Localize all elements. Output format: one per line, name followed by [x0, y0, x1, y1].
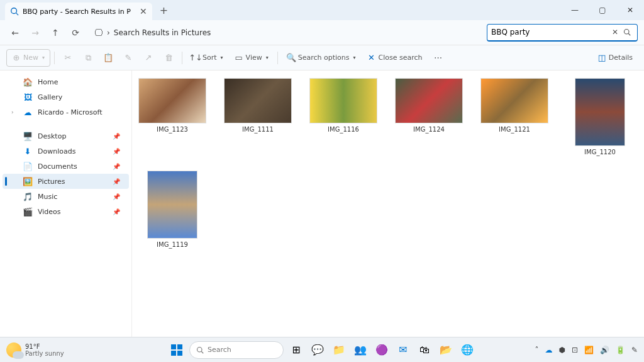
- sidebar-item-videos[interactable]: 🎬Videos📌: [3, 204, 129, 219]
- forward-button[interactable]: →: [26, 24, 44, 42]
- taskbar-app-explorer[interactable]: 📁: [330, 341, 348, 359]
- sidebar-item-cloud[interactable]: › ☁ Ricardo - Microsoft: [3, 105, 129, 120]
- sort-icon: ↑↓: [191, 54, 200, 62]
- start-button[interactable]: [168, 341, 186, 359]
- title-bar: BBQ party - Search Results in P ✕ + — ▢ …: [0, 0, 644, 20]
- taskbar: 91°F Partly sunny Search ⊞ 💬 📁 👥 🟣 ✉ 🛍 📂…: [0, 337, 644, 362]
- navigation-pane: 🏠 Home 🖼 Gallery › ☁ Ricardo - Microsoft…: [0, 71, 132, 353]
- search-options-button[interactable]: 🔍 Search options ▾: [282, 49, 361, 67]
- search-input[interactable]: [491, 28, 609, 37]
- sidebar-item-gallery[interactable]: 🖼 Gallery: [3, 89, 129, 105]
- file-name: IMG_1121: [499, 126, 530, 133]
- battery-icon[interactable]: 🔋: [616, 346, 625, 354]
- share-button[interactable]: ↗: [139, 49, 158, 67]
- up-button[interactable]: ↑: [47, 24, 64, 42]
- taskbar-search[interactable]: Search: [189, 341, 284, 359]
- sort-button[interactable]: ↑↓ Sort ▾: [186, 49, 228, 67]
- file-name: IMG_1116: [328, 126, 359, 133]
- tray-expand-icon[interactable]: ˄: [535, 346, 538, 354]
- delete-button[interactable]: 🗑: [159, 49, 178, 67]
- ellipsis-icon: ⋯: [434, 54, 443, 62]
- svg-point-8: [197, 347, 203, 352]
- close-button[interactable]: ✕: [616, 0, 644, 20]
- volume-icon[interactable]: 🔊: [600, 346, 609, 354]
- home-icon: 🏠: [23, 77, 33, 87]
- chevron-right-icon: ›: [11, 109, 16, 115]
- taskbar-app-edge[interactable]: 🌐: [458, 341, 476, 359]
- onedrive-icon: ☁: [23, 107, 33, 117]
- sidebar-item-desktop[interactable]: 🖥️Desktop📌: [3, 128, 129, 144]
- svg-point-2: [625, 30, 630, 35]
- svg-rect-5: [177, 344, 182, 349]
- task-view-button[interactable]: ⊞: [287, 341, 305, 359]
- sidebar-item-documents[interactable]: 📄Documents📌: [3, 159, 129, 174]
- command-bar: ⊕ New ▾ ✂ ⧉ 📋 ✎ ↗ 🗑 ↑↓ Sort ▾ ▭ View ▾ 🔍…: [0, 45, 644, 71]
- details-pane-button[interactable]: ◫ Details: [592, 49, 638, 67]
- file-thumbnail[interactable]: IMG_1120: [566, 78, 634, 156]
- clear-search-icon[interactable]: ✕: [609, 28, 621, 37]
- taskbar-app-outlook[interactable]: ✉: [394, 341, 412, 359]
- pin-icon: 📌: [113, 193, 120, 200]
- paste-button[interactable]: 📋: [99, 49, 118, 67]
- pin-icon: 📌: [113, 133, 120, 140]
- view-button[interactable]: ▭ View ▾: [230, 49, 274, 67]
- weather-widget[interactable]: 91°F Partly sunny: [6, 342, 64, 358]
- view-icon: ▭: [235, 54, 243, 62]
- separator: [277, 52, 278, 64]
- search-box[interactable]: ✕: [487, 24, 638, 42]
- maximize-button[interactable]: ▢: [589, 0, 616, 20]
- file-thumbnail[interactable]: IMG_1124: [395, 78, 463, 156]
- file-thumbnail[interactable]: IMG_1121: [480, 78, 548, 156]
- file-thumbnail[interactable]: IMG_1123: [138, 78, 206, 156]
- new-button[interactable]: ⊕ New ▾: [6, 49, 50, 67]
- main-area: 🏠 Home 🖼 Gallery › ☁ Ricardo - Microsoft…: [0, 71, 644, 353]
- separator: [182, 52, 182, 64]
- tab-close-icon[interactable]: ✕: [140, 6, 147, 16]
- file-thumbnail[interactable]: IMG_1116: [309, 78, 377, 156]
- gallery-icon: 🖼: [23, 92, 33, 102]
- svg-line-9: [201, 351, 203, 353]
- minimize-button[interactable]: —: [561, 0, 589, 20]
- new-tab-button[interactable]: +: [160, 4, 168, 16]
- pin-icon: 📌: [113, 178, 120, 185]
- breadcrumb[interactable]: 🖵 › Search Results in Pictures: [94, 28, 484, 38]
- wifi-icon[interactable]: 📶: [584, 346, 594, 354]
- taskbar-app-copilot[interactable]: 🟣: [373, 341, 391, 359]
- tray-icon[interactable]: ✎: [631, 346, 638, 354]
- more-button[interactable]: ⋯: [429, 49, 448, 67]
- folder-icon: 🎵: [23, 191, 33, 201]
- taskbar-app-folder[interactable]: 📂: [437, 341, 455, 359]
- file-name: IMG_1119: [157, 241, 188, 248]
- file-name: IMG_1124: [413, 126, 445, 133]
- svg-line-3: [628, 33, 630, 35]
- search-options-icon: 🔍: [287, 54, 296, 62]
- sidebar-item-pictures[interactable]: 🖼️Pictures📌: [3, 174, 129, 189]
- taskbar-app-chat[interactable]: 💬: [309, 341, 326, 359]
- svg-rect-6: [171, 351, 176, 356]
- pin-icon: 📌: [113, 148, 120, 155]
- copy-button[interactable]: ⧉: [79, 49, 97, 67]
- window-tab[interactable]: BBQ party - Search Results in P ✕: [5, 3, 152, 20]
- rename-button[interactable]: ✎: [119, 49, 138, 67]
- thumbnail-image: [395, 78, 463, 123]
- refresh-button[interactable]: ⟳: [67, 24, 84, 42]
- sidebar-item-downloads[interactable]: ⬇Downloads📌: [3, 144, 129, 159]
- breadcrumb-location: Search Results in Pictures: [114, 28, 211, 37]
- back-button[interactable]: ←: [6, 24, 24, 42]
- search-go-icon[interactable]: [621, 28, 633, 36]
- taskbar-app-teams[interactable]: 👥: [352, 341, 369, 359]
- tray-icon[interactable]: ⊡: [572, 346, 578, 354]
- onedrive-tray-icon[interactable]: ☁: [545, 346, 552, 354]
- file-name: IMG_1120: [584, 149, 616, 156]
- taskbar-app-store[interactable]: 🛍: [416, 341, 433, 359]
- close-search-button[interactable]: ✕ Close search: [362, 49, 428, 67]
- breadcrumb-separator: ›: [107, 28, 110, 37]
- sidebar-item-home[interactable]: 🏠 Home: [3, 74, 129, 89]
- tray-icon[interactable]: ⬢: [558, 346, 565, 354]
- file-thumbnail[interactable]: IMG_1111: [224, 78, 292, 156]
- plus-icon: ⊕: [12, 54, 21, 62]
- file-thumbnail[interactable]: IMG_1119: [138, 171, 206, 248]
- cut-button[interactable]: ✂: [58, 49, 77, 67]
- sidebar-item-music[interactable]: 🎵Music📌: [3, 189, 129, 204]
- monitor-icon: 🖵: [94, 28, 103, 38]
